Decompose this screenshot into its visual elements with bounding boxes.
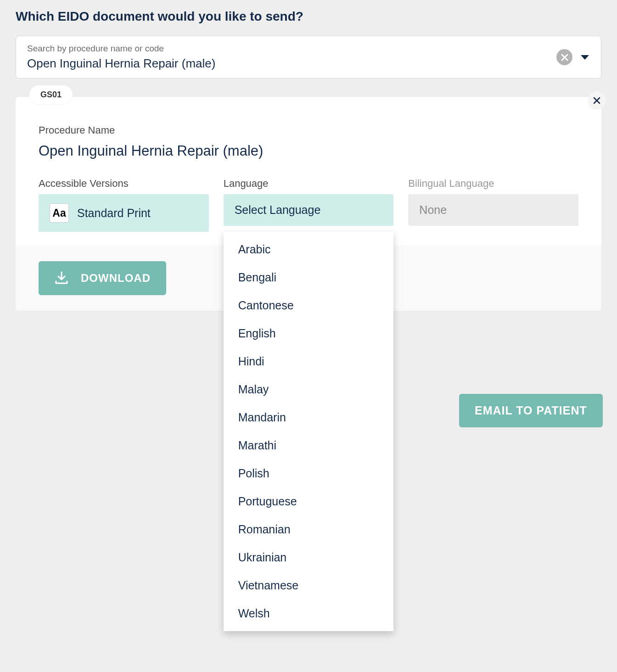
procedure-name: Open Inguinal Hernia Repair (male) xyxy=(39,143,578,159)
email-label: EMAIL TO PATIENT xyxy=(475,404,587,417)
language-label: Language xyxy=(224,178,394,190)
language-dropdown: ArabicBengaliCantoneseEnglishHindiMalayM… xyxy=(224,232,394,631)
page-title: Which EIDO document would you like to se… xyxy=(16,9,601,24)
language-value: Select Language xyxy=(235,203,321,217)
language-option[interactable]: Ukrainian xyxy=(224,543,394,571)
bilingual-col: Bilingual Language None xyxy=(408,178,578,232)
accessible-versions-select[interactable]: Aa Standard Print xyxy=(39,194,209,232)
search-box[interactable]: Search by procedure name or code Open In… xyxy=(16,36,601,78)
language-option[interactable]: Vietnamese xyxy=(224,571,394,599)
language-col: Language Select Language ArabicBengaliCa… xyxy=(224,178,394,232)
procedure-name-label: Procedure Name xyxy=(39,124,578,136)
email-to-patient-button[interactable]: EMAIL TO PATIENT xyxy=(459,394,603,427)
accessible-versions-label: Accessible Versions xyxy=(39,178,209,190)
language-option[interactable]: Arabic xyxy=(224,235,394,263)
accessible-versions-col: Accessible Versions Aa Standard Print xyxy=(39,178,209,232)
download-icon xyxy=(54,271,69,285)
language-option[interactable]: Romanian xyxy=(224,515,394,543)
clear-icon[interactable] xyxy=(556,49,572,65)
language-option[interactable]: Bengali xyxy=(224,263,394,291)
language-option[interactable]: Marathi xyxy=(224,431,394,459)
search-placeholder: Search by procedure name or code xyxy=(27,44,556,54)
bilingual-value: None xyxy=(419,203,447,217)
bilingual-select: None xyxy=(408,194,578,226)
download-button[interactable]: DOWNLOAD xyxy=(39,261,166,295)
language-option[interactable]: Portuguese xyxy=(224,487,394,515)
search-value: Open Inguinal Hernia Repair (male) xyxy=(27,56,556,71)
language-option[interactable]: Cantonese xyxy=(224,291,394,319)
language-select[interactable]: Select Language xyxy=(224,194,394,226)
procedure-code-badge: GS01 xyxy=(29,85,73,104)
document-card: GS01 Procedure Name Open Inguinal Hernia… xyxy=(16,97,601,311)
close-icon[interactable] xyxy=(588,91,606,110)
bilingual-label: Bilingual Language xyxy=(408,178,578,190)
language-option[interactable]: Malay xyxy=(224,375,394,403)
download-label: DOWNLOAD xyxy=(81,272,151,285)
language-option[interactable]: English xyxy=(224,319,394,347)
chevron-down-icon[interactable] xyxy=(580,54,590,61)
aa-icon: Aa xyxy=(50,203,69,223)
language-option[interactable]: Mandarin xyxy=(224,403,394,431)
language-option[interactable]: Welsh xyxy=(224,599,394,627)
accessible-versions-value: Standard Print xyxy=(77,207,151,220)
language-option[interactable]: Hindi xyxy=(224,347,394,375)
language-option[interactable]: Polish xyxy=(224,459,394,487)
